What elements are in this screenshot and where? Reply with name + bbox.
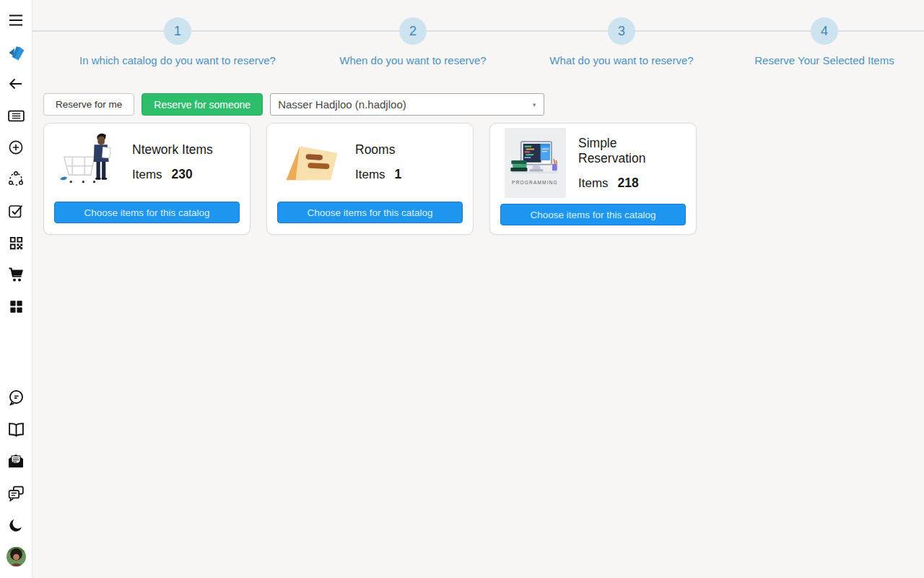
person-with-shopping-cart-illustration [54,129,123,194]
sync-icon[interactable] [0,163,32,195]
items-count: 230 [172,167,193,182]
card-title: Simple Reservation [578,136,686,166]
step-4[interactable]: 4 Reserve Your Selected Items [673,17,924,66]
user-select-value: Nasser Hadjloo (n.hadjloo) [278,98,406,111]
step-4-label: Reserve Your Selected Items [754,54,894,66]
choose-items-button[interactable]: Choose items for this catalog [54,202,240,223]
step-1-circle[interactable]: 1 [164,17,191,45]
card-title: Rooms [355,142,401,158]
choose-items-button[interactable]: Choose items for this catalog [500,204,686,225]
items-count: 1 [395,167,402,182]
catalog-cards: Ntework Items Items 230 Choose items for… [43,123,913,235]
main-content: 1 In which catalog do you want to reserv… [32,0,924,578]
card-title: Ntework Items [132,142,213,158]
step-3-label: What do you want to reserve? [549,54,693,66]
ticket-icon[interactable] [0,100,32,131]
wizard-stepper: 1 In which catalog do you want to reserv… [32,0,924,72]
cart-icon[interactable] [0,259,32,290]
items-count: 218 [618,176,639,191]
reserve-for-me-button[interactable]: Reserve for me [43,93,134,116]
step-3-circle[interactable]: 3 [608,17,635,45]
programming-illustration: PROGRAMMING [500,128,570,198]
avatar[interactable] [0,540,32,572]
items-label: Items [355,168,385,182]
chevron-down-icon: ▼ [531,101,537,108]
choose-items-button[interactable]: Choose items for this catalog [277,202,463,223]
comment-icon[interactable] [0,381,32,413]
sidebar [0,0,32,578]
catalog-card-simple-reservation: PROGRAMMING Simple Reservation Items 218… [489,123,697,235]
book-icon[interactable] [0,413,32,445]
qr-code-icon[interactable] [0,227,32,259]
reserve-toolbar: Reserve for me Reserve for someone Nasse… [43,93,924,116]
checklist-icon[interactable] [0,195,32,227]
user-select[interactable]: Nasser Hadjloo (n.hadjloo) ▼ [270,93,544,116]
step-4-circle[interactable]: 4 [811,17,838,45]
step-1-label: In which catalog do you want to reserve? [79,54,276,66]
items-label: Items [578,176,609,191]
step-2-circle[interactable]: 2 [399,17,427,45]
plus-circle-icon[interactable] [0,131,32,163]
catalog-card-rooms: Rooms Items 1 Choose items for this cata… [266,123,474,235]
chat-icon[interactable] [0,477,32,509]
catalog-card-network-items: Ntework Items Items 230 Choose items for… [43,123,250,235]
reserve-for-someone-button[interactable]: Reserve for someone [141,93,263,116]
grid-icon[interactable] [0,290,32,322]
mail-icon[interactable] [0,445,32,477]
tent-card-illustration [277,129,346,194]
back-arrow-icon[interactable] [0,68,32,100]
image-caption: PROGRAMMING [512,180,558,185]
step-2-label: When do you want to reserve? [339,54,486,66]
items-label: Items [132,168,162,182]
moon-icon[interactable] [0,509,32,540]
